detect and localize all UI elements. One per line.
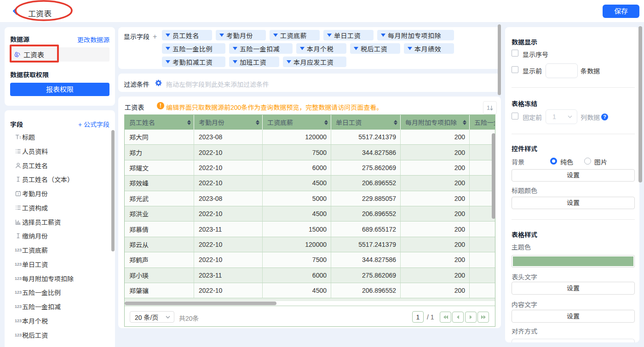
svg-text:7: 7	[17, 193, 19, 196]
